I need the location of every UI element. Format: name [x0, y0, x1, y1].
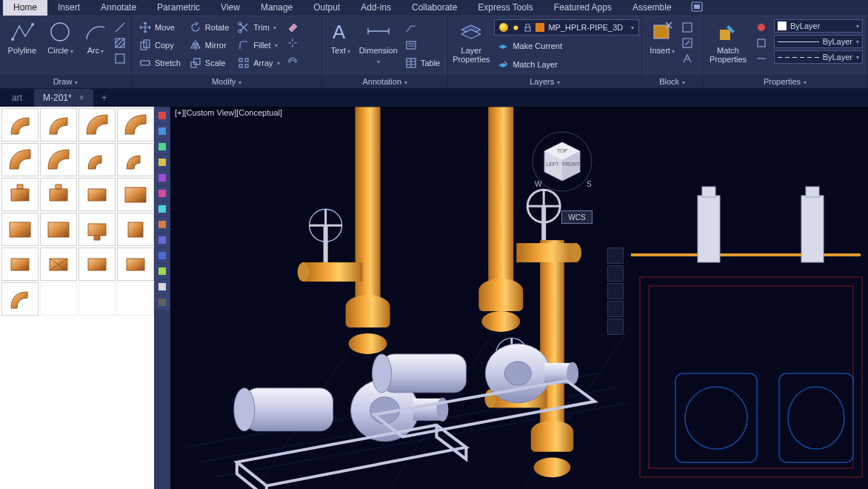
- file-tab-m201[interactable]: M-201* ×: [34, 89, 93, 107]
- circle-button[interactable]: Circle: [43, 19, 79, 75]
- text2-button[interactable]: [402, 37, 443, 53]
- toolstrip-btn-2[interactable]: [155, 139, 170, 154]
- menu-home[interactable]: Home: [3, 0, 47, 16]
- nav-showmotion-button[interactable]: [607, 319, 624, 335]
- leader-button[interactable]: [402, 19, 443, 36]
- toolstrip-btn-5[interactable]: [155, 186, 170, 201]
- toolstrip-btn-8[interactable]: [155, 233, 170, 247]
- panel-annotation-title[interactable]: Annotation: [322, 75, 447, 88]
- hatch-icon[interactable]: [113, 36, 127, 50]
- palette-fitting-15[interactable]: [117, 213, 154, 246]
- palette-fitting-3[interactable]: [117, 108, 154, 142]
- nav-wheel-button[interactable]: [607, 247, 624, 264]
- explode-icon[interactable]: [286, 36, 299, 50]
- menu-collaborate[interactable]: Collaborate: [401, 0, 467, 16]
- toolstrip-btn-1[interactable]: [155, 124, 170, 139]
- layerprops-button[interactable]: Layer Properties: [453, 19, 490, 75]
- scale-button[interactable]: Scale: [187, 55, 232, 71]
- palette-fitting-6[interactable]: [79, 143, 116, 176]
- fillet-button[interactable]: Fillet▾: [235, 37, 282, 53]
- offset-icon[interactable]: [286, 52, 299, 65]
- toolstrip-btn-9[interactable]: [155, 248, 170, 263]
- rotate-button[interactable]: Rotate: [187, 19, 232, 36]
- menu-assemble[interactable]: Assemble: [622, 0, 682, 16]
- panel-modify-title[interactable]: Modify: [132, 75, 321, 88]
- close-tab-icon[interactable]: ×: [79, 93, 84, 103]
- new-tab-button[interactable]: +: [96, 89, 113, 107]
- palette-fitting-10[interactable]: [79, 178, 116, 211]
- wcs-badge[interactable]: WCS: [561, 210, 592, 224]
- mirror-button[interactable]: Mirror: [187, 37, 232, 53]
- insert-button[interactable]: Insert: [647, 19, 678, 75]
- toolstrip-btn-4[interactable]: [155, 170, 170, 185]
- prop-tool3-icon[interactable]: [755, 52, 768, 65]
- text-button[interactable]: A Text: [327, 19, 354, 75]
- copy-button[interactable]: Copy: [136, 37, 184, 53]
- palette-fitting-7[interactable]: [117, 143, 154, 176]
- nav-zoom-button[interactable]: [607, 283, 624, 299]
- palette-fitting-8[interactable]: [1, 178, 39, 211]
- panel-draw-title[interactable]: Draw: [0, 75, 131, 88]
- menu-expresstools[interactable]: Express Tools: [467, 0, 543, 16]
- panel-layers-title[interactable]: Layers: [448, 75, 641, 88]
- toolstrip-btn-0[interactable]: [155, 108, 170, 123]
- palette-fitting-2[interactable]: [79, 108, 116, 142]
- menu-addins[interactable]: Add-ins: [350, 0, 401, 16]
- toolstrip-btn-6[interactable]: [155, 202, 170, 216]
- line-icon[interactable]: [113, 21, 127, 34]
- nav-pan-button[interactable]: [607, 265, 624, 282]
- stretch-button[interactable]: Stretch: [136, 55, 184, 71]
- toolstrip-btn-12[interactable]: [155, 295, 170, 310]
- palette-fitting-19[interactable]: [117, 247, 154, 281]
- help-icon[interactable]: [691, 0, 703, 16]
- edit-block-icon[interactable]: [681, 36, 694, 50]
- create-block-icon[interactable]: [681, 21, 694, 34]
- palette-fitting-1[interactable]: [40, 108, 77, 142]
- toolstrip-btn-10[interactable]: [155, 264, 170, 279]
- palette-fitting-0[interactable]: [1, 108, 39, 142]
- erase-icon[interactable]: [286, 21, 299, 34]
- table-button[interactable]: Table: [402, 55, 443, 71]
- matchlayer-button[interactable]: Match Layer: [494, 56, 639, 73]
- panel-properties-title[interactable]: Properties: [703, 75, 867, 88]
- viewport-2d[interactable]: [631, 107, 868, 489]
- toolstrip-btn-7[interactable]: [155, 217, 170, 232]
- palette-fitting-14[interactable]: [79, 213, 116, 246]
- trim-button[interactable]: Trim▾: [235, 19, 282, 36]
- attr-icon[interactable]: [681, 52, 694, 65]
- layer-combo[interactable]: MP_HPLR-PIPE_3D ▾: [494, 19, 639, 36]
- menu-featuredapps[interactable]: Featured Apps: [544, 0, 622, 16]
- drawing-canvas[interactable]: [+][Custom View][Conceptual]: [170, 107, 868, 489]
- region-icon[interactable]: [113, 52, 127, 65]
- menu-manage[interactable]: Manage: [250, 0, 303, 16]
- prop-tool2-icon[interactable]: [755, 36, 768, 50]
- palette-fitting-13[interactable]: [40, 213, 77, 246]
- color-combo[interactable]: ByLayer▾: [774, 19, 863, 33]
- makecurrent-button[interactable]: Make Current: [494, 38, 639, 54]
- dimension-button[interactable]: Dimension: [358, 19, 399, 75]
- menu-view[interactable]: View: [210, 0, 250, 16]
- palette-fitting-16[interactable]: [1, 247, 39, 281]
- palette-fitting-17[interactable]: [40, 247, 77, 281]
- array-button[interactable]: Array▾: [235, 55, 282, 71]
- palette-fitting-20[interactable]: [1, 282, 39, 316]
- palette-fitting-4[interactable]: [1, 143, 39, 176]
- palette-fitting-9[interactable]: [40, 178, 77, 211]
- panel-block-title[interactable]: Block: [642, 75, 702, 88]
- menu-output[interactable]: Output: [303, 0, 350, 16]
- palette-fitting-12[interactable]: [1, 213, 39, 246]
- file-tab-ghost[interactable]: art: [3, 89, 31, 107]
- palette-fitting-18[interactable]: [79, 247, 116, 281]
- nav-orbit-button[interactable]: [607, 301, 624, 317]
- menu-annotate[interactable]: Annotate: [90, 0, 147, 16]
- palette-fitting-5[interactable]: [40, 143, 77, 176]
- menu-insert[interactable]: Insert: [47, 0, 90, 16]
- lineweight-combo[interactable]: ByLayer▾: [774, 35, 863, 48]
- polyline-button[interactable]: Polyline: [4, 19, 40, 75]
- matchprops-button[interactable]: Match Properties: [707, 19, 749, 75]
- palette-fitting-11[interactable]: [117, 178, 154, 211]
- viewcube[interactable]: TOP LEFT FRONT W S: [529, 132, 595, 199]
- toolstrip-btn-11[interactable]: [155, 279, 170, 294]
- toolstrip-btn-3[interactable]: [155, 155, 170, 170]
- prop-tool1-icon[interactable]: [755, 21, 768, 34]
